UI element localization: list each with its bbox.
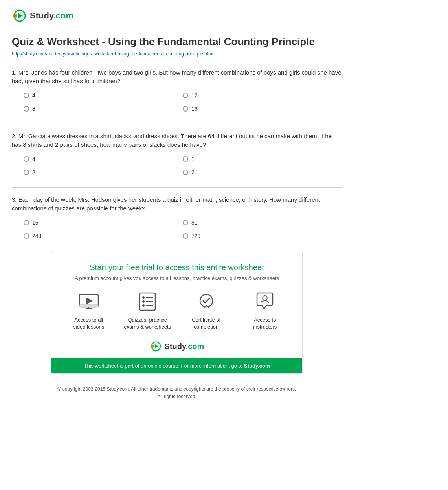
question-1-text: 1. Mrs. Jones has four children - two bo… [12,68,342,86]
answer-option[interactable]: 243 [24,233,183,239]
answer-option[interactable]: 1 [183,156,342,162]
premium-title: Start your free trial to access this ent… [59,263,294,272]
premium-box: Start your free trial to access this ent… [51,251,303,374]
answer-option[interactable]: 16 [183,106,342,112]
question-1: 1. Mrs. Jones has four children - two bo… [12,68,342,112]
answer-option[interactable]: 4 [24,156,183,162]
answer-option[interactable]: 8 [24,106,183,112]
feature-certificate-label: Certificate ofcompletion [192,316,220,331]
page-url[interactable]: http://study.com/academy/practice/quiz-w… [12,51,342,57]
svg-marker-8 [86,297,93,304]
copyright-area: © copyright 2003-2015 Study.com. All oth… [12,386,342,400]
answer-option[interactable]: 729 [183,233,342,239]
svg-point-24 [151,345,154,348]
question-2-answers: 4 1 3 2 [12,156,342,176]
radio-button[interactable] [24,220,29,225]
divider [12,187,342,188]
svg-point-12 [142,304,145,307]
question-3-answers: 15 81 243 729 [12,219,342,239]
certificate-icon [195,291,217,313]
page-title: Quiz & Worksheet - Using the Fundamental… [12,35,342,49]
answer-option[interactable]: 3 [24,169,183,176]
copyright-line2: All rights reserved. [12,393,342,400]
features-row: Access to allvideo lessons Quizzes, prac… [59,291,294,331]
radio-button[interactable] [183,106,188,112]
premium-logo-icon [150,340,162,353]
logo-text: Study.com [30,11,73,21]
premium-footer: This worksheet is part of an online cour… [51,358,302,373]
copyright-line1: © copyright 2003-2015 Study.com. All oth… [12,386,342,393]
logo[interactable]: Study.com [12,8,342,24]
radio-button[interactable] [183,233,188,239]
premium-logo-text: Study.com [165,342,204,351]
svg-rect-5 [79,305,98,307]
logo-icon [12,8,28,24]
radio-button[interactable] [183,156,188,162]
feature-video-lessons: Access to allvideo lessons [63,291,114,331]
feature-instructors-label: Access toinstructors [253,316,277,331]
radio-button[interactable] [24,106,29,112]
feature-quizzes: Quizzes, practiceexams & worksheets [122,291,173,331]
question-2-text: 2. Mr. Garcia always dresses in a shirt,… [12,132,342,150]
quizzes-icon [136,291,158,313]
answer-option[interactable]: 2 [183,169,342,176]
answer-option[interactable]: 81 [183,219,342,226]
radio-button[interactable] [24,93,29,98]
premium-subtitle: A premium account gives you access to al… [59,275,294,281]
premium-logo: Study.com [59,340,294,353]
svg-point-20 [263,296,267,300]
radio-button[interactable] [183,220,188,225]
divider [12,124,342,124]
instructors-icon [254,291,276,313]
question-3-text: 3. Each day of the week, Mrs. Hudson giv… [12,196,342,213]
radio-button[interactable] [24,156,29,162]
answer-option[interactable]: 4 [24,92,183,99]
logo-area: Study.com [12,8,342,24]
svg-point-10 [142,296,145,299]
feature-instructors: Access toinstructors [239,291,290,331]
radio-button[interactable] [183,170,188,175]
feature-video-lessons-label: Access to allvideo lessons [73,316,104,331]
answer-option[interactable]: 12 [183,92,342,99]
feature-certificate: Certificate ofcompletion [181,291,232,331]
radio-button[interactable] [183,93,188,98]
question-2: 2. Mr. Garcia always dresses in a shirt,… [12,132,342,176]
video-lessons-icon [78,291,100,313]
answer-option[interactable]: 15 [24,219,183,226]
svg-point-3 [13,14,17,18]
question-3: 3. Each day of the week, Mrs. Hudson giv… [12,196,342,239]
radio-button[interactable] [24,233,29,239]
radio-button[interactable] [24,170,29,175]
question-1-answers: 4 12 8 16 [12,92,342,112]
feature-quizzes-label: Quizzes, practiceexams & worksheets [124,316,171,331]
svg-point-11 [142,300,145,303]
